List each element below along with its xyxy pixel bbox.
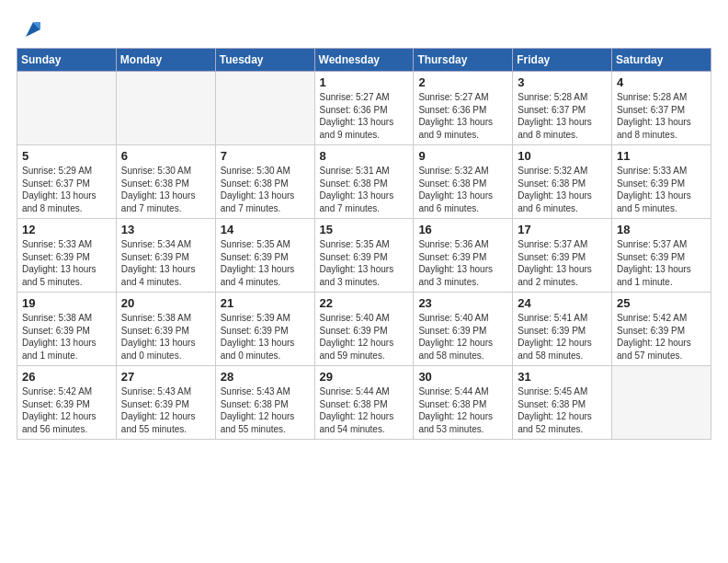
day-number: 29	[320, 370, 410, 384]
day-number: 9	[418, 149, 508, 163]
calendar-cell: 26Sunrise: 5:42 AMSunset: 6:39 PMDayligh…	[17, 366, 117, 440]
calendar-cell: 1Sunrise: 5:27 AMSunset: 6:36 PMDaylight…	[314, 72, 414, 145]
calendar-cell: 31Sunrise: 5:45 AMSunset: 6:38 PMDayligh…	[513, 366, 612, 440]
day-number: 15	[320, 223, 410, 236]
day-number: 11	[617, 149, 707, 163]
day-info: Sunrise: 5:33 AMSunset: 6:39 PMDaylight:…	[22, 238, 112, 288]
day-number: 19	[22, 296, 112, 310]
day-info: Sunrise: 5:42 AMSunset: 6:39 PMDaylight:…	[22, 385, 112, 435]
calendar-cell: 6Sunrise: 5:30 AMSunset: 6:38 PMDaylight…	[116, 145, 215, 219]
weekday-header-friday: Friday	[513, 49, 612, 72]
day-number: 30	[418, 370, 508, 384]
day-number: 27	[121, 370, 211, 384]
calendar-cell: 22Sunrise: 5:40 AMSunset: 6:39 PMDayligh…	[314, 293, 414, 366]
day-info: Sunrise: 5:40 AMSunset: 6:39 PMDaylight:…	[320, 312, 410, 362]
calendar-cell: 3Sunrise: 5:28 AMSunset: 6:37 PMDaylight…	[513, 72, 612, 145]
calendar-cell: 14Sunrise: 5:35 AMSunset: 6:39 PMDayligh…	[215, 219, 314, 293]
day-number: 25	[617, 296, 707, 310]
logo	[17, 17, 46, 42]
week-row-4: 26Sunrise: 5:42 AMSunset: 6:39 PMDayligh…	[17, 366, 711, 440]
header	[17, 17, 711, 42]
calendar-cell: 16Sunrise: 5:36 AMSunset: 6:39 PMDayligh…	[414, 219, 513, 293]
day-number: 6	[121, 149, 211, 163]
calendar-cell	[116, 72, 215, 145]
calendar-cell: 11Sunrise: 5:33 AMSunset: 6:39 PMDayligh…	[612, 145, 711, 219]
day-number: 4	[617, 75, 707, 89]
day-number: 1	[320, 75, 410, 89]
day-number: 22	[320, 296, 410, 310]
calendar-cell: 15Sunrise: 5:35 AMSunset: 6:39 PMDayligh…	[314, 219, 414, 293]
day-number: 18	[617, 223, 707, 236]
calendar-cell: 18Sunrise: 5:37 AMSunset: 6:39 PMDayligh…	[612, 219, 711, 293]
day-number: 16	[418, 223, 508, 236]
day-info: Sunrise: 5:44 AMSunset: 6:38 PMDaylight:…	[320, 385, 410, 435]
day-info: Sunrise: 5:39 AMSunset: 6:39 PMDaylight:…	[221, 312, 311, 362]
day-number: 2	[418, 75, 508, 89]
weekday-header-row: SundayMondayTuesdayWednesdayThursdayFrid…	[17, 49, 711, 72]
day-info: Sunrise: 5:42 AMSunset: 6:39 PMDaylight:…	[617, 312, 707, 362]
day-info: Sunrise: 5:27 AMSunset: 6:36 PMDaylight:…	[418, 91, 508, 141]
calendar-cell: 2Sunrise: 5:27 AMSunset: 6:36 PMDaylight…	[414, 72, 513, 145]
day-number: 7	[221, 149, 311, 163]
day-number: 20	[121, 296, 211, 310]
calendar-cell: 28Sunrise: 5:43 AMSunset: 6:38 PMDayligh…	[215, 366, 314, 440]
day-number: 28	[221, 370, 311, 384]
day-number: 14	[221, 223, 311, 236]
calendar-cell: 4Sunrise: 5:28 AMSunset: 6:37 PMDaylight…	[612, 72, 711, 145]
day-info: Sunrise: 5:36 AMSunset: 6:39 PMDaylight:…	[418, 238, 508, 288]
calendar-cell	[17, 72, 117, 145]
day-info: Sunrise: 5:43 AMSunset: 6:38 PMDaylight:…	[221, 385, 311, 435]
calendar-cell: 23Sunrise: 5:40 AMSunset: 6:39 PMDayligh…	[414, 293, 513, 366]
day-number: 17	[518, 223, 608, 236]
calendar-cell	[612, 366, 711, 440]
day-number: 13	[121, 223, 211, 236]
day-number: 3	[518, 75, 608, 89]
calendar-cell: 30Sunrise: 5:44 AMSunset: 6:38 PMDayligh…	[414, 366, 513, 440]
day-number: 24	[518, 296, 608, 310]
calendar-cell: 25Sunrise: 5:42 AMSunset: 6:39 PMDayligh…	[612, 293, 711, 366]
calendar-cell: 13Sunrise: 5:34 AMSunset: 6:39 PMDayligh…	[116, 219, 215, 293]
calendar-cell: 24Sunrise: 5:41 AMSunset: 6:39 PMDayligh…	[513, 293, 612, 366]
day-number: 21	[221, 296, 311, 310]
day-info: Sunrise: 5:43 AMSunset: 6:39 PMDaylight:…	[121, 385, 211, 435]
day-info: Sunrise: 5:30 AMSunset: 6:38 PMDaylight:…	[121, 165, 211, 214]
day-info: Sunrise: 5:35 AMSunset: 6:39 PMDaylight:…	[320, 238, 410, 288]
day-info: Sunrise: 5:37 AMSunset: 6:39 PMDaylight:…	[518, 238, 608, 288]
calendar-cell: 29Sunrise: 5:44 AMSunset: 6:38 PMDayligh…	[314, 366, 414, 440]
weekday-header-monday: Monday	[116, 49, 215, 72]
day-info: Sunrise: 5:29 AMSunset: 6:37 PMDaylight:…	[22, 165, 112, 214]
calendar-cell: 19Sunrise: 5:38 AMSunset: 6:39 PMDayligh…	[17, 293, 117, 366]
weekday-header-thursday: Thursday	[414, 49, 513, 72]
day-info: Sunrise: 5:28 AMSunset: 6:37 PMDaylight:…	[617, 91, 707, 141]
weekday-header-sunday: Sunday	[17, 49, 117, 72]
weekday-header-tuesday: Tuesday	[215, 49, 314, 72]
week-row-0: 1Sunrise: 5:27 AMSunset: 6:36 PMDaylight…	[17, 72, 711, 145]
day-info: Sunrise: 5:34 AMSunset: 6:39 PMDaylight:…	[121, 238, 211, 288]
week-row-3: 19Sunrise: 5:38 AMSunset: 6:39 PMDayligh…	[17, 293, 711, 366]
calendar-cell: 27Sunrise: 5:43 AMSunset: 6:39 PMDayligh…	[116, 366, 215, 440]
day-info: Sunrise: 5:45 AMSunset: 6:38 PMDaylight:…	[518, 385, 608, 435]
day-info: Sunrise: 5:32 AMSunset: 6:38 PMDaylight:…	[418, 165, 508, 214]
calendar-cell	[215, 72, 314, 145]
calendar-cell: 5Sunrise: 5:29 AMSunset: 6:37 PMDaylight…	[17, 145, 117, 219]
day-number: 10	[518, 149, 608, 163]
day-number: 8	[320, 149, 410, 163]
calendar-cell: 10Sunrise: 5:32 AMSunset: 6:38 PMDayligh…	[513, 145, 612, 219]
day-info: Sunrise: 5:33 AMSunset: 6:39 PMDaylight:…	[617, 165, 707, 214]
calendar-cell: 7Sunrise: 5:30 AMSunset: 6:38 PMDaylight…	[215, 145, 314, 219]
calendar-cell: 17Sunrise: 5:37 AMSunset: 6:39 PMDayligh…	[513, 219, 612, 293]
calendar-cell: 20Sunrise: 5:38 AMSunset: 6:39 PMDayligh…	[116, 293, 215, 366]
day-info: Sunrise: 5:28 AMSunset: 6:37 PMDaylight:…	[518, 91, 608, 141]
day-info: Sunrise: 5:35 AMSunset: 6:39 PMDaylight:…	[221, 238, 311, 288]
day-info: Sunrise: 5:38 AMSunset: 6:39 PMDaylight:…	[22, 312, 112, 362]
calendar-cell: 8Sunrise: 5:31 AMSunset: 6:38 PMDaylight…	[314, 145, 414, 219]
day-number: 31	[518, 370, 608, 384]
day-info: Sunrise: 5:32 AMSunset: 6:38 PMDaylight:…	[518, 165, 608, 214]
day-info: Sunrise: 5:27 AMSunset: 6:36 PMDaylight:…	[320, 91, 410, 141]
day-info: Sunrise: 5:44 AMSunset: 6:38 PMDaylight:…	[418, 385, 508, 435]
day-info: Sunrise: 5:40 AMSunset: 6:39 PMDaylight:…	[418, 312, 508, 362]
day-number: 12	[22, 223, 112, 236]
calendar-cell: 9Sunrise: 5:32 AMSunset: 6:38 PMDaylight…	[414, 145, 513, 219]
weekday-header-wednesday: Wednesday	[314, 49, 414, 72]
day-info: Sunrise: 5:41 AMSunset: 6:39 PMDaylight:…	[518, 312, 608, 362]
